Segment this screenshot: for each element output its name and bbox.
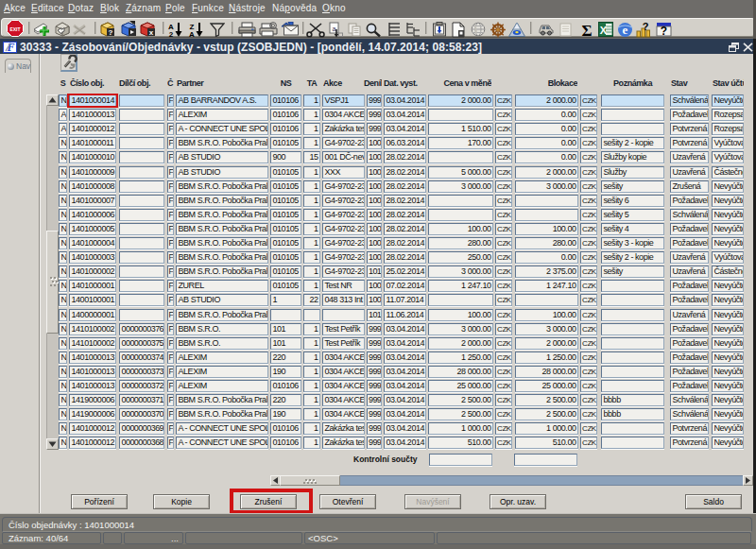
svg-text:e: e [622,23,627,37]
svg-text:2: 2 [169,30,174,38]
svg-text:?: ? [642,22,648,32]
svg-text:?: ? [109,28,113,37]
svg-text:X: X [599,25,607,36]
svg-text:Σ: Σ [581,22,592,38]
svg-text:A: A [189,30,195,38]
svg-text:?: ? [661,25,667,38]
svg-text:x: x [149,28,154,37]
svg-text:EXIT: EXIT [9,26,20,32]
svg-text:a: a [332,25,335,31]
